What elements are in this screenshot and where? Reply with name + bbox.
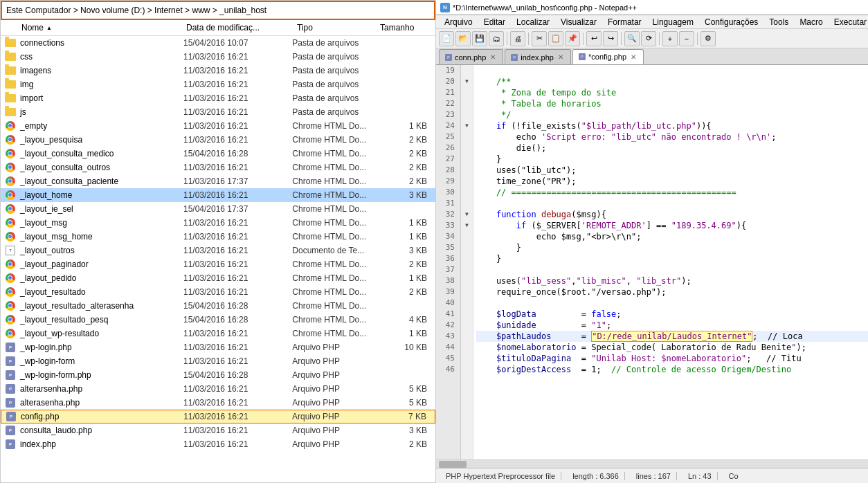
code-line: $pathLaudos = "D:/rede_unilab/Laudos_Int…: [476, 331, 868, 342]
toolbar-copy[interactable]: 📋: [548, 31, 563, 46]
menu-item-editar[interactable]: Editar: [478, 16, 511, 28]
list-item[interactable]: P _wp-login-form 11/03/2016 16:21 Arquiv…: [1, 354, 435, 368]
menu-item-formatar[interactable]: Formatar: [602, 16, 647, 28]
toolbar-find[interactable]: 🔍: [624, 31, 640, 46]
file-type: Pasta de arquivos: [289, 80, 378, 89]
tab-index-php[interactable]: P index.php ✕: [505, 49, 571, 64]
list-item[interactable]: imagens 11/03/2016 16:21 Pasta de arquiv…: [1, 64, 435, 78]
horizontal-scrollbar[interactable]: [436, 459, 868, 468]
file-date: 11/03/2016 16:21: [181, 93, 289, 103]
list-item[interactable]: P alterasenha.php 11/03/2016 16:21 Arqui…: [1, 396, 435, 410]
tab-config-php[interactable]: P *config.php ✕: [572, 49, 644, 64]
toolbar-undo[interactable]: ↩: [586, 31, 602, 46]
gutter-item: [461, 331, 473, 342]
file-date: 15/04/2016 16:28: [181, 315, 289, 325]
code-line: /**: [476, 76, 868, 87]
toolbar-zoom-out[interactable]: −: [679, 31, 694, 46]
list-item[interactable]: _layout_ie_sel 15/04/2016 17:37 Chrome H…: [1, 202, 435, 216]
list-item[interactable]: _layout_wp-resultado 11/03/2016 16:21 Ch…: [1, 327, 435, 340]
file-size: 2 KB: [378, 287, 433, 297]
list-item[interactable]: import 11/03/2016 16:21 Pasta de arquivo…: [1, 91, 435, 105]
list-item[interactable]: P alterarsenha.php 11/03/2016 16:21 Arqu…: [1, 382, 435, 396]
code-line: function debuga($msg){: [476, 209, 868, 220]
toolbar-replace[interactable]: ⟳: [641, 31, 656, 46]
toolbar-zoom-in[interactable]: +: [662, 31, 678, 46]
file-name: js: [17, 107, 181, 117]
menu-item-tools[interactable]: Tools: [763, 16, 794, 28]
toolbar-new[interactable]: 📄: [439, 31, 454, 46]
list-item[interactable]: _layout_consulta_medico 15/04/2016 16:28…: [1, 147, 435, 161]
gutter-item: [461, 364, 473, 375]
code-line: [476, 198, 868, 209]
menu-item-arquivo[interactable]: Arquivo: [439, 16, 478, 28]
list-item[interactable]: _layout_msg 11/03/2016 16:21 Chrome HTML…: [1, 216, 435, 230]
list-item[interactable]: _empty 11/03/2016 16:21 Chrome HTML Do..…: [1, 119, 435, 133]
list-item[interactable]: _layout_resultado_alterasenha 15/04/2016…: [1, 299, 435, 313]
col-name-header[interactable]: Nome ▲: [1, 23, 181, 33]
file-icon-cell: [3, 78, 17, 91]
menu-item-macro[interactable]: Macro: [794, 16, 828, 28]
menu-item-localizar[interactable]: Localizar: [511, 16, 555, 28]
file-name: _layout_outros: [17, 246, 181, 255]
col-type-header[interactable]: Tipo: [291, 23, 374, 33]
code-line: uses("lib_utc");: [476, 165, 868, 176]
file-size: 3 KB: [378, 246, 433, 255]
list-item[interactable]: _layout_consulta_outros 11/03/2016 16:21…: [1, 161, 435, 174]
gutter-item: ▼: [461, 220, 473, 231]
file-icon-cell: P: [4, 410, 18, 423]
list-item[interactable]: P consulta_laudo.php 11/03/2016 16:21 Ar…: [1, 423, 435, 437]
tab-close[interactable]: ✕: [629, 53, 638, 61]
toolbar-saveall[interactable]: 🗂: [489, 31, 504, 46]
tab-close[interactable]: ✕: [557, 53, 565, 62]
list-item[interactable]: img 11/03/2016 16:21 Pasta de arquivos: [1, 78, 435, 91]
chrome-icon: [6, 315, 15, 325]
code-content[interactable]: /** * Zona de tempo do site * Tabela de …: [473, 65, 868, 459]
file-size: 10 KB: [378, 343, 433, 352]
toolbar-paste[interactable]: 📌: [565, 31, 580, 46]
toolbar-redo[interactable]: ↪: [603, 31, 618, 46]
toolbar-print[interactable]: 🖨: [510, 31, 525, 46]
code-line: echo $msg,"<br>\r\n";: [476, 231, 868, 242]
file-icon-cell: [3, 64, 17, 78]
tab-label: *config.php: [588, 53, 626, 61]
list-item[interactable]: _layout_home 11/03/2016 16:21 Chrome HTM…: [1, 188, 435, 202]
col-date-header[interactable]: Data de modificaç...: [181, 23, 291, 33]
toolbar-sep6: [697, 33, 698, 45]
tab-close[interactable]: ✕: [489, 53, 497, 62]
list-item[interactable]: T _layout_outros 11/03/2016 16:21 Docume…: [1, 244, 435, 257]
list-item[interactable]: P _wp-login.php 11/03/2016 16:21 Arquivo…: [1, 340, 435, 354]
list-item[interactable]: P config.php 11/03/2016 16:21 Arquivo PH…: [1, 410, 435, 423]
menu-item-configurações[interactable]: Configurações: [699, 16, 763, 28]
list-item[interactable]: _layout_paginador 11/03/2016 16:21 Chrom…: [1, 257, 435, 271]
file-icon: T: [6, 246, 15, 255]
notepad-panel: N *D:\Internet\www\_unilab_host\config.p…: [436, 0, 868, 483]
list-item[interactable]: _layout_pedido 11/03/2016 16:21 Chrome H…: [1, 271, 435, 285]
list-item[interactable]: js 11/03/2016 16:21 Pasta de arquivos: [1, 105, 435, 119]
file-date: 11/03/2016 17:37: [181, 176, 289, 186]
toolbar-save[interactable]: 💾: [472, 31, 487, 46]
toolbar-open[interactable]: 📂: [455, 31, 471, 46]
list-item[interactable]: _layout_consulta_paciente 11/03/2016 17:…: [1, 174, 435, 188]
list-item[interactable]: css 11/03/2016 16:21 Pasta de arquivos: [1, 50, 435, 64]
list-item[interactable]: connections 15/04/2016 10:07 Pasta de ar…: [1, 36, 435, 50]
col-size-header[interactable]: Tamanho: [374, 23, 430, 33]
line-number: 34: [436, 231, 458, 242]
list-item[interactable]: _layout_resultado 11/03/2016 16:21 Chrom…: [1, 285, 435, 299]
breadcrumb-text: Este Computador > Novo volume (D:) > Int…: [6, 6, 266, 15]
gutter-item: [461, 65, 473, 76]
menu-item-executar[interactable]: Executar: [829, 16, 868, 28]
list-item[interactable]: _layou_pesquisa 11/03/2016 16:21 Chrome …: [1, 133, 435, 147]
list-item[interactable]: P index.php 11/03/2016 16:21 Arquivo PHP…: [1, 437, 435, 451]
tab-conn-php[interactable]: P conn.php ✕: [439, 49, 503, 64]
menu-item-linguagem[interactable]: Linguagem: [647, 16, 699, 28]
list-item[interactable]: _layout_msg_home 11/03/2016 16:21 Chrome…: [1, 230, 435, 244]
breadcrumb[interactable]: Este Computador > Novo volume (D:) > Int…: [1, 1, 435, 20]
list-item[interactable]: _layout_resultado_pesq 15/04/2016 16:28 …: [1, 313, 435, 327]
menu-item-visualizar[interactable]: Visualizar: [555, 16, 602, 28]
file-name: _layout_consulta_medico: [17, 149, 181, 158]
toolbar-settings[interactable]: ⚙: [700, 31, 716, 46]
list-item[interactable]: P _wp-login-form.php 15/04/2016 16:28 Ar…: [1, 368, 435, 382]
file-list: connections 15/04/2016 10:07 Pasta de ar…: [1, 36, 435, 482]
toolbar-cut[interactable]: ✂: [532, 31, 547, 46]
line-number: 45: [436, 353, 458, 364]
